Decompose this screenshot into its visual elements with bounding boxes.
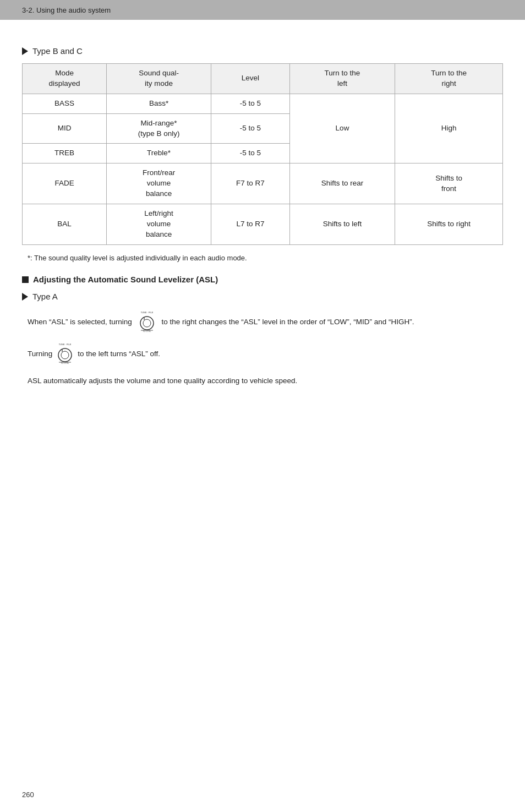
page-number: 260 bbox=[22, 791, 34, 799]
cell-quality: Mid-range*(type B only) bbox=[107, 113, 211, 144]
asl-para3: ASL automatically adjusts the volume and… bbox=[28, 375, 503, 388]
svg-text:TUNE · FILE: TUNE · FILE bbox=[140, 311, 153, 314]
svg-point-8 bbox=[61, 351, 69, 359]
svg-point-1 bbox=[140, 317, 154, 330]
cell-level: L7 to R7 bbox=[211, 204, 290, 245]
top-bar: 3-2. Using the audio system bbox=[0, 0, 525, 20]
cell-mode: BAL bbox=[23, 204, 107, 245]
asl-section: When “ASL” is selected, turning TUNE · F… bbox=[22, 310, 503, 388]
section2-header: Adjusting the Automatic Sound Levelizer … bbox=[22, 275, 503, 284]
svg-point-2 bbox=[143, 319, 151, 327]
cell-level: F7 to R7 bbox=[211, 164, 290, 204]
col-level: Level bbox=[211, 64, 290, 94]
svg-text:TUNE · FILE: TUNE · FILE bbox=[59, 343, 72, 346]
asl-para1-before: When “ASL” is selected, turning bbox=[28, 318, 132, 326]
cell-level: -5 to 5 bbox=[211, 94, 290, 113]
asl-para1-after: to the right changes the “ASL” level in … bbox=[161, 318, 414, 326]
footnote: *: The sound quality level is adjusted i… bbox=[22, 253, 503, 264]
table-row: BASS Bass* -5 to 5 Low High bbox=[23, 94, 503, 113]
table-row: FADE Front/rearvolumebalance F7 to R7 Sh… bbox=[23, 164, 503, 204]
cell-right: Shifts tofront bbox=[395, 164, 503, 204]
cell-left: Low bbox=[289, 94, 395, 164]
cell-left: Shifts to rear bbox=[289, 164, 395, 204]
cell-right: Shifts to right bbox=[395, 204, 503, 245]
svg-text:TO CTRL: TO CTRL bbox=[61, 362, 69, 364]
cell-left: Shifts to left bbox=[289, 204, 395, 245]
col-left: Turn to theleft bbox=[289, 64, 395, 94]
asl-para1: When “ASL” is selected, turning TUNE · F… bbox=[28, 310, 503, 334]
section1-label: Type B and C bbox=[32, 46, 83, 56]
cell-quality: Front/rearvolumebalance bbox=[107, 164, 211, 204]
triangle-icon2 bbox=[22, 293, 28, 301]
square-icon bbox=[22, 276, 29, 283]
col-mode: Modedisplayed bbox=[23, 64, 107, 94]
section2-heading: Adjusting the Automatic Sound Levelizer … bbox=[33, 275, 218, 284]
top-bar-label: 3-2. Using the audio system bbox=[22, 6, 111, 14]
cell-right: High bbox=[395, 94, 503, 164]
knob-icon-1: TUNE · FILE TO CTRL bbox=[136, 310, 157, 334]
cell-mode: MID bbox=[23, 113, 107, 144]
svg-text:TO CTRL: TO CTRL bbox=[143, 330, 151, 333]
cell-mode: FADE bbox=[23, 164, 107, 204]
asl-para2-before: Turning bbox=[28, 348, 52, 361]
triangle-icon bbox=[22, 47, 28, 55]
svg-point-7 bbox=[58, 348, 72, 362]
audio-table: Modedisplayed Sound qual-ity mode Level … bbox=[22, 63, 503, 245]
col-quality: Sound qual-ity mode bbox=[107, 64, 211, 94]
cell-quality: Bass* bbox=[107, 94, 211, 113]
section2-subheader: Type A bbox=[22, 292, 503, 301]
asl-para2-after: to the left turns “ASL” off. bbox=[78, 348, 160, 361]
asl-para2: Turning TUNE · FILE TO CTRL to the left … bbox=[28, 342, 503, 366]
cell-level: -5 to 5 bbox=[211, 113, 290, 144]
cell-mode: TREB bbox=[23, 144, 107, 164]
cell-mode: BASS bbox=[23, 94, 107, 113]
knob-icon-2: TUNE · FILE TO CTRL bbox=[54, 342, 75, 366]
cell-level: -5 to 5 bbox=[211, 144, 290, 164]
col-right: Turn to theright bbox=[395, 64, 503, 94]
section2-subheading: Type A bbox=[32, 292, 58, 301]
cell-quality: Treble* bbox=[107, 144, 211, 164]
table-row: BAL Left/rightvolumebalance L7 to R7 Shi… bbox=[23, 204, 503, 245]
cell-quality: Left/rightvolumebalance bbox=[107, 204, 211, 245]
section1-header: Type B and C bbox=[22, 46, 503, 56]
